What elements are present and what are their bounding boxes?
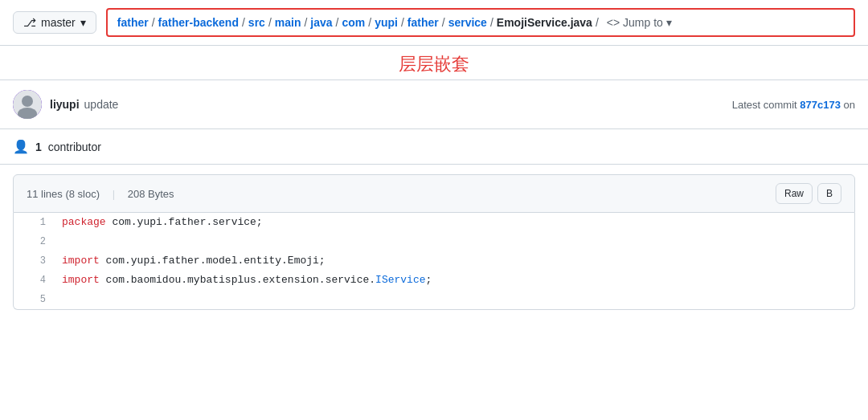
avatar bbox=[13, 90, 42, 119]
file-sloc: 8 sloc bbox=[69, 188, 96, 200]
code-container: 1 package com.yupi.father.service; 2 3 i… bbox=[13, 213, 855, 310]
breadcrumb-link-yupi[interactable]: yupi bbox=[375, 16, 398, 29]
breadcrumb-link-java[interactable]: java bbox=[310, 16, 332, 29]
breadcrumb-sep-3: / bbox=[268, 16, 272, 29]
keyword-import-2: import bbox=[62, 274, 100, 286]
annotation-label: 层层嵌套 bbox=[0, 46, 868, 80]
breadcrumb-sep-4: / bbox=[304, 16, 307, 29]
line-number-4: 4 bbox=[14, 271, 55, 290]
page-wrapper: ⎇ master ▾ father / father-backend / src… bbox=[0, 0, 868, 420]
branch-name: master bbox=[41, 16, 76, 29]
line-content-1: package com.yupi.father.service; bbox=[55, 213, 276, 232]
code-line-4: 4 import com.baomidou.mybatisplus.extens… bbox=[14, 271, 854, 290]
commit-hash[interactable]: 877c173 bbox=[800, 99, 841, 111]
keyword-package: package bbox=[62, 216, 106, 228]
code-line-3: 3 import com.yupi.father.model.entity.Em… bbox=[14, 251, 854, 271]
contributors-icon: 👤 bbox=[13, 139, 29, 154]
breadcrumb-sep-9: / bbox=[490, 16, 493, 29]
line-content-4: import com.baomidou.mybatisplus.extensio… bbox=[55, 271, 444, 290]
content-area: 11 lines (8 sloc) | 208 Bytes Raw B 1 pa… bbox=[0, 174, 868, 323]
branch-icon: ⎇ bbox=[23, 16, 36, 29]
breadcrumb-link-service[interactable]: service bbox=[448, 16, 487, 29]
chevron-down-icon: ▾ bbox=[80, 16, 86, 29]
jump-to-button[interactable]: <> Jump to ▾ bbox=[607, 16, 672, 29]
line-number-1: 1 bbox=[14, 213, 55, 232]
latest-commit-label: Latest commit bbox=[732, 99, 800, 111]
breadcrumb-sep-10: / bbox=[596, 16, 599, 29]
breadcrumb-link-main[interactable]: main bbox=[275, 16, 301, 29]
commit-bar: liyupi update Latest commit 877c173 on bbox=[0, 80, 868, 129]
iservice-link[interactable]: IService bbox=[375, 274, 425, 286]
branch-selector[interactable]: ⎇ master ▾ bbox=[13, 11, 96, 34]
commit-author[interactable]: liyupi bbox=[50, 98, 80, 111]
commit-message: update bbox=[84, 98, 119, 111]
line-content-3: import com.yupi.father.model.entity.Emoj… bbox=[55, 251, 338, 271]
top-bar: ⎇ master ▾ father / father-backend / src… bbox=[0, 0, 868, 46]
breadcrumb-link-src[interactable]: src bbox=[248, 16, 265, 29]
code-line-5: 5 bbox=[14, 290, 854, 309]
breadcrumb-link-father2[interactable]: father bbox=[407, 16, 439, 29]
line-number-3: 3 bbox=[14, 251, 55, 271]
breadcrumb-file: EmojiService.java bbox=[497, 16, 592, 29]
breadcrumb-link-father1[interactable]: father bbox=[117, 16, 149, 29]
breadcrumb-link-com[interactable]: com bbox=[342, 16, 365, 29]
file-lines: 11 lines bbox=[27, 188, 63, 200]
breadcrumb-sep-8: / bbox=[442, 16, 445, 29]
jump-to-label: <> Jump to bbox=[607, 16, 663, 29]
file-info-bar: 11 lines (8 sloc) | 208 Bytes Raw B bbox=[13, 174, 855, 213]
breadcrumb-sep-2: / bbox=[242, 16, 245, 29]
keyword-import-1: import bbox=[62, 255, 100, 267]
contributors-bar: 👤 1 contributor bbox=[0, 129, 868, 165]
line-content-2 bbox=[55, 232, 81, 251]
code-line-1: 1 package com.yupi.father.service; bbox=[14, 213, 854, 232]
chevron-down-icon-jumpto: ▾ bbox=[666, 16, 672, 29]
line-number-5: 5 bbox=[14, 290, 55, 309]
file-stat-sep: | bbox=[113, 188, 115, 200]
blame-button[interactable]: B bbox=[817, 183, 841, 204]
file-stats: 11 lines (8 sloc) | 208 Bytes bbox=[27, 188, 776, 200]
line-number-2: 2 bbox=[14, 232, 55, 251]
contributors-count: 1 bbox=[35, 141, 42, 153]
raw-button[interactable]: Raw bbox=[776, 183, 813, 204]
file-actions: Raw B bbox=[776, 183, 841, 204]
code-line-2: 2 bbox=[14, 232, 854, 251]
breadcrumb-sep-1: / bbox=[152, 16, 155, 29]
contributors-label: contributor bbox=[48, 141, 101, 153]
breadcrumb-sep-6: / bbox=[368, 16, 371, 29]
breadcrumb-link-father-backend[interactable]: father-backend bbox=[158, 16, 239, 29]
commit-info: liyupi update bbox=[50, 98, 724, 111]
breadcrumb-sep-7: / bbox=[401, 16, 404, 29]
commit-right: Latest commit 877c173 on bbox=[732, 99, 855, 111]
svg-point-1 bbox=[22, 96, 33, 107]
file-sloc-close: ) bbox=[96, 188, 100, 200]
commit-on: on bbox=[841, 99, 855, 111]
line-content-5 bbox=[55, 290, 81, 309]
file-size: 208 Bytes bbox=[128, 188, 174, 200]
breadcrumb: father / father-backend / src / main / j… bbox=[106, 8, 855, 37]
breadcrumb-sep-5: / bbox=[336, 16, 339, 29]
